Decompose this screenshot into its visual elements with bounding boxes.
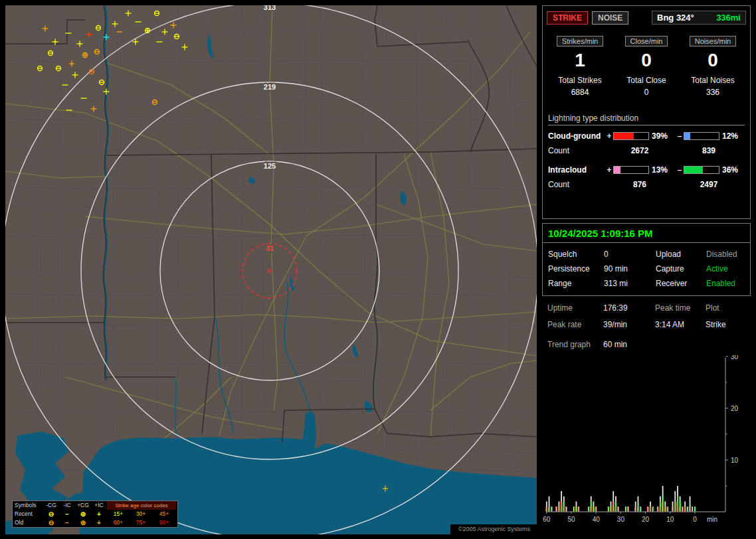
minus-icon: − xyxy=(59,518,75,527)
map-legend: Symbols -CG -IC +CG +IC Strike age color… xyxy=(12,501,178,528)
trend-window-value: 60 min xyxy=(603,340,745,349)
copyright-text: ©2005 Astrogenic Systems xyxy=(450,524,537,534)
svg-text:min: min xyxy=(707,516,717,523)
close-rate-value: 0 xyxy=(613,50,680,71)
strike-symbol xyxy=(145,29,150,33)
age-30: 30+ xyxy=(130,510,152,518)
svg-text:0: 0 xyxy=(693,516,697,523)
legend-row-recent: Recent xyxy=(13,510,43,518)
circle-plus-icon: ⊕ xyxy=(75,510,91,518)
capture-label: Capture xyxy=(656,264,706,273)
close-per-min-label: Close/min xyxy=(625,36,668,46)
total-close-value: 0 xyxy=(613,88,680,97)
persistence-label: Persistence xyxy=(548,264,604,273)
svg-text:60: 60 xyxy=(543,516,551,523)
trend-graph-label: Trend graph xyxy=(547,340,603,349)
count-label: Count xyxy=(548,180,605,189)
age-90: 90+ xyxy=(152,518,176,527)
ic-negative-pct: 36% xyxy=(719,165,746,175)
upload-label: Upload xyxy=(656,250,706,259)
strike-mode-button[interactable]: STRIKE xyxy=(547,11,588,25)
legend-col-nic: -IC xyxy=(59,501,75,510)
svg-text:10: 10 xyxy=(731,457,739,464)
ic-negative-gauge xyxy=(684,166,719,174)
total-strikes-value: 6884 xyxy=(547,88,613,97)
cg-negative-gauge xyxy=(684,132,719,140)
receiver-value: Enabled xyxy=(706,279,745,288)
total-noises-value: 336 xyxy=(680,88,746,97)
range-ring-label: 219 xyxy=(264,83,276,91)
statistics-box: STRIKE NOISE Bng 324° 336mi Strikes/min … xyxy=(542,5,751,219)
plus-sign: + xyxy=(605,131,613,141)
noise-mode-button[interactable]: NOISE xyxy=(592,11,628,25)
strike-symbol xyxy=(83,53,88,58)
svg-text:50: 50 xyxy=(567,516,575,523)
trend-graph: 3020106050403020100min xyxy=(542,355,749,533)
bearing-value: Bng 324° xyxy=(657,13,694,23)
minus-sign: – xyxy=(676,165,684,175)
strikes-per-min-label: Strikes/min xyxy=(557,36,603,46)
peak-rate-value: 39/min xyxy=(603,320,655,329)
legend-col-pcg: +CG xyxy=(75,501,91,510)
range-ring-label: 31 xyxy=(266,244,274,252)
cg-positive-count: 2672 xyxy=(605,146,674,155)
strikes-rate-value: 1 xyxy=(547,50,613,71)
uptime-label: Uptime xyxy=(547,303,603,313)
cloud-ground-row: Cloud-ground + 39% – 12% xyxy=(548,131,746,141)
ic-positive-gauge xyxy=(613,166,649,174)
svg-text:40: 40 xyxy=(593,516,601,523)
circle-plus-icon: ⊕ xyxy=(75,518,91,527)
range-label: Range xyxy=(548,279,604,288)
cg-positive-pct: 39% xyxy=(649,131,676,141)
circle-minus-icon: ⊖ xyxy=(43,510,59,518)
svg-text:30: 30 xyxy=(617,516,625,523)
noises-per-min-label: Noises/min xyxy=(690,36,736,46)
legend-age-title: Strike age color codes xyxy=(107,501,176,510)
legend-col-ncg: -CG xyxy=(43,501,59,510)
peak-rate-label: Peak rate xyxy=(547,320,603,329)
intracloud-count-row: Count 876 2497 xyxy=(548,180,746,189)
range-value: 313 mi xyxy=(604,279,656,288)
cg-negative-pct: 12% xyxy=(719,131,746,141)
ic-positive-pct: 13% xyxy=(649,165,676,175)
map-canvas: 31321912531 xyxy=(5,5,537,534)
legend-symbols-header: Symbols xyxy=(13,501,43,510)
circle-minus-icon: ⊖ xyxy=(43,518,59,527)
squelch-value: 0 xyxy=(604,250,656,259)
plus-icon: + xyxy=(91,510,107,518)
ic-positive-count: 876 xyxy=(605,180,674,189)
status-panel: STRIKE NOISE Bng 324° 336mi Strikes/min … xyxy=(542,5,751,534)
intracloud-row: Intracloud + 13% – 36% xyxy=(548,165,746,175)
age-60: 60+ xyxy=(107,518,130,527)
svg-text:20: 20 xyxy=(731,405,739,412)
session-stats: Uptime 176:39 Peak time Plot Peak rate 3… xyxy=(542,303,751,349)
intracloud-label: Intracloud xyxy=(548,165,605,175)
bearing-distance: 336mi xyxy=(716,13,741,23)
squelch-label: Squelch xyxy=(548,250,604,259)
noises-rate-value: 0 xyxy=(680,50,746,71)
plot-value: Strike xyxy=(706,320,745,329)
age-45: 45+ xyxy=(152,510,176,518)
nexstorm-app: { "app": { "copyright": "©2005 Astrogeni… xyxy=(0,0,756,539)
receiver-status-box: 10/24/2025 1:09:16 PM Squelch 0 Upload D… xyxy=(542,223,751,296)
lightning-map[interactable]: 31321912531 Symbols -CG -IC +CG +IC Stri… xyxy=(5,5,537,534)
uptime-value: 176:39 xyxy=(603,303,655,313)
plot-label: Plot xyxy=(706,303,745,313)
cloud-ground-label: Cloud-ground xyxy=(548,131,605,141)
total-close-label: Total Close xyxy=(613,76,680,85)
svg-text:30: 30 xyxy=(731,355,739,360)
distribution-title: Lightning type distribution xyxy=(548,114,745,125)
cg-negative-count: 839 xyxy=(674,146,743,155)
minus-sign: – xyxy=(676,131,684,141)
peak-time-value: 3:14 AM xyxy=(655,320,706,329)
cg-positive-gauge xyxy=(613,132,649,140)
total-noises-label: Total Noises xyxy=(680,76,746,85)
age-15: 15+ xyxy=(107,510,130,518)
upload-value: Disabled xyxy=(706,250,745,259)
age-75: 75+ xyxy=(130,518,152,527)
receiver-label: Receiver xyxy=(656,279,706,288)
capture-value: Active xyxy=(706,264,745,273)
peak-time-label: Peak time xyxy=(655,303,706,313)
svg-text:20: 20 xyxy=(642,516,650,523)
ic-negative-count: 2497 xyxy=(674,180,743,189)
